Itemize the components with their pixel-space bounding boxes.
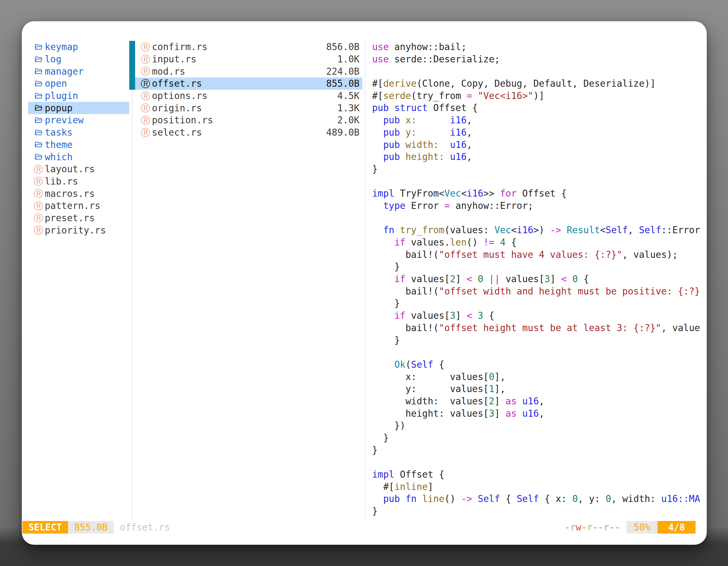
sidebar-item-theme[interactable]: theme [28,139,129,151]
code-line: #[inline] [372,481,707,493]
sidebar-item-plugin[interactable]: plugin [28,90,129,102]
sidebar-item-open[interactable]: open [28,78,129,90]
perm-char: - [592,522,598,533]
code-line: if values[2] < 0 || values[3] < 0 { [372,273,707,285]
file-size: 2.0K [337,115,360,126]
code-line: } [372,163,707,175]
sidebar-item-label: macros.rs [45,188,95,199]
file-size-badge: 855.0B [68,521,114,534]
folder-open-icon [34,140,43,149]
rust-file-icon: Ⓡ [141,128,150,137]
cursor-position-badge: 4/8 [657,521,696,534]
sidebar-item-layout-rs[interactable]: Ⓡlayout.rs [28,163,129,175]
sidebar-item-label: lib.rs [45,176,78,187]
rust-file-icon: Ⓡ [141,67,150,76]
sidebar-item-which[interactable]: which [28,151,129,163]
folder-open-icon [34,116,43,125]
code-line: pub y: i16, [372,126,707,139]
code-line: width: values[2] as u16, [372,395,707,407]
sidebar-item-label: popup [45,103,72,114]
sidebar-item-log[interactable]: log [28,53,129,65]
code-line: pub fn line() -> Self { Self { x: 0, y: … [372,493,707,505]
file-preview-pane[interactable]: use anyhow::bail;use serde::Deserialize;… [372,41,707,521]
scroll-percent-badge: 50% [626,521,658,534]
file-row-position-rs[interactable]: Ⓡposition.rs2.0K [135,114,362,126]
code-line: use serde::Deserialize; [372,53,707,65]
rust-file-icon: Ⓡ [34,177,43,186]
file-row-mod-rs[interactable]: Ⓡmod.rs224.0B [135,65,362,78]
sidebar-item-label: tasks [45,127,72,138]
file-list-pane-current-dir[interactable]: Ⓡconfirm.rs856.0BⓇinput.rs1.0KⓇmod.rs224… [135,41,362,139]
sidebar-item-priority-rs[interactable]: Ⓡpriority.rs [28,224,129,236]
file-size: 856.0B [326,41,360,52]
rust-file-icon: Ⓡ [34,165,43,174]
rust-file-icon: Ⓡ [34,201,43,211]
rust-file-icon: Ⓡ [34,226,43,235]
sidebar-item-lib-rs[interactable]: Ⓡlib.rs [28,175,129,188]
active-pane-indicator [129,41,135,90]
sidebar-item-label: open [45,78,67,89]
file-name: input.rs [152,54,196,65]
rust-file-icon: Ⓡ [141,55,150,64]
rust-file-icon: Ⓡ [34,213,43,223]
code-line [372,456,707,468]
sidebar-item-keymap[interactable]: keymap [28,41,129,53]
pane-divider-right [365,41,365,521]
code-line: type Error = anyhow::Error; [372,200,707,212]
code-line: } [372,297,707,309]
sidebar-item-preview[interactable]: preview [28,114,129,126]
file-name: mod.rs [152,66,185,77]
sidebar-pane-parent-dir[interactable]: keymaplogmanageropenpluginpopuppreviewta… [28,41,129,236]
code-line: pub x: i16, [372,114,707,126]
folder-open-icon [34,67,43,76]
sidebar-item-pattern-rs[interactable]: Ⓡpattern.rs [28,200,129,212]
sidebar-item-label: plugin [45,90,78,101]
perm-char: - [598,522,603,533]
code-line [372,65,707,78]
file-row-origin-rs[interactable]: Ⓡorigin.rs1.3K [135,102,362,114]
file-row-select-rs[interactable]: Ⓡselect.rs489.0B [135,126,362,139]
code-line: use anyhow::bail; [372,41,707,53]
sidebar-item-label: preview [45,115,84,126]
desktop: { "app": {"title": "yazi file manager — … [0,0,728,566]
sidebar-item-preset-rs[interactable]: Ⓡpreset.rs [28,212,129,224]
code-line: } [372,432,707,444]
file-size: 489.0B [326,127,360,138]
sidebar-item-manager[interactable]: manager [28,65,129,78]
sidebar-item-label: manager [45,66,84,77]
code-line: } [372,334,707,346]
sidebar-item-macros-rs[interactable]: Ⓡmacros.rs [28,187,129,200]
file-row-offset-rs[interactable]: Ⓡoffset.rs855.0B [135,78,362,90]
code-line: } [372,261,707,273]
sidebar-item-tasks[interactable]: tasks [28,126,129,139]
file-size: 4.5K [337,90,360,101]
status-filename: offset.rs [120,521,170,534]
sidebar-item-label: theme [45,139,72,150]
code-line: Ok(Self { [372,358,707,371]
status-bar-right: -rw-r--r-- 50% 4/8 [565,521,696,534]
code-line: if values.len() != 4 { [372,236,707,249]
file-row-options-rs[interactable]: Ⓡoptions.rs4.5K [135,90,362,102]
file-permissions: -rw-r--r-- [565,521,620,534]
sidebar-item-popup[interactable]: popup [28,102,129,114]
file-size: 224.0B [326,66,360,77]
folder-open-icon [34,91,43,101]
rust-file-icon: Ⓡ [141,79,150,88]
sidebar-item-label: keymap [45,41,78,52]
code-line: impl Offset { [372,468,707,481]
file-size: 1.3K [337,103,360,114]
file-row-input-rs[interactable]: Ⓡinput.rs1.0K [135,53,362,65]
code-line: bail!("offset width and height must be p… [372,285,707,297]
file-row-confirm-rs[interactable]: Ⓡconfirm.rs856.0B [135,41,362,53]
code-line: } [372,505,707,517]
code-line [372,175,707,188]
sidebar-item-label: layout.rs [45,164,95,175]
status-bar-left: SELECT 855.0B offset.rs [22,521,170,534]
perm-char: - [565,522,570,533]
code-line: pub height: u16, [372,151,707,163]
code-line: #[derive(Clone, Copy, Debug, Default, De… [372,78,707,90]
code-line: pub width: u16, [372,139,707,151]
file-name: options.rs [152,90,208,101]
perm-char: - [615,522,620,533]
rust-file-icon: Ⓡ [141,116,150,125]
